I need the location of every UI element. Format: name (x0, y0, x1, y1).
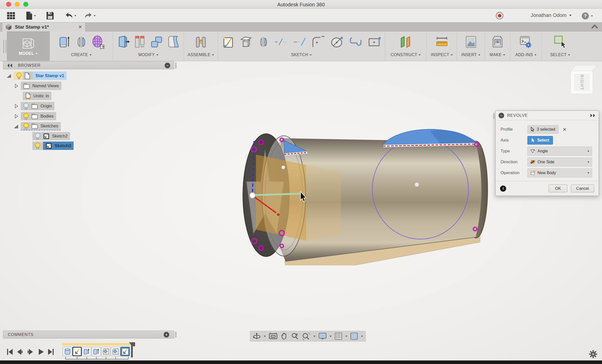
viewcube-face-inner[interactable]: RIGHT (574, 74, 590, 91)
origin-point[interactable] (250, 193, 255, 198)
operation-dropdown[interactable]: New Body (527, 168, 592, 177)
ribbon-collapse-button[interactable] (591, 24, 598, 30)
grid-menu-caret[interactable] (345, 336, 347, 337)
collapsed-triangle-icon[interactable] (15, 104, 18, 108)
timeline-go-to-start-button[interactable] (7, 348, 13, 355)
display-settings-icon[interactable] (318, 332, 327, 340)
collapse-panel-icon[interactable] (7, 63, 13, 68)
tree-row-sketch2[interactable]: Sketch2 (32, 132, 70, 140)
3d-print-icon[interactable] (491, 35, 504, 49)
timeline-step-back-button[interactable] (16, 348, 23, 355)
fillet-icon[interactable] (167, 35, 180, 49)
viewcube-front-face[interactable]: RIGHT (571, 71, 593, 94)
grid-settings-icon[interactable] (335, 332, 342, 340)
undo-button[interactable] (65, 11, 76, 20)
revolve-collapse-button[interactable]: – (499, 113, 504, 118)
bulb-on-icon[interactable] (35, 142, 40, 149)
expanded-triangle-icon[interactable] (14, 124, 18, 128)
info-icon[interactable]: i (500, 186, 506, 192)
file-menu-button[interactable] (25, 11, 36, 20)
timeline-step-forward-button[interactable] (27, 348, 34, 355)
extrude-icon[interactable] (58, 35, 71, 49)
type-dropdown[interactable]: Angle (527, 147, 592, 156)
settings-gear-icon[interactable] (589, 350, 597, 358)
project-icon[interactable] (240, 35, 252, 49)
orbit-icon[interactable] (253, 332, 261, 340)
revolve-dialog-grip[interactable] (493, 113, 494, 119)
mirror-icon[interactable] (258, 36, 269, 48)
sketch-fillet-icon[interactable] (312, 36, 325, 48)
create-sketch-icon[interactable] (222, 36, 234, 48)
display-menu-caret[interactable] (330, 336, 332, 337)
model-viewport-graphics[interactable] (238, 119, 506, 265)
tree-row-bodies[interactable]: Bodies (15, 112, 56, 120)
expanded-triangle-icon[interactable] (7, 74, 11, 78)
timeline-feature-sketch1[interactable] (72, 347, 82, 356)
timeline-position-marker[interactable] (128, 342, 136, 357)
bulb-on-icon[interactable] (23, 113, 29, 120)
look-at-icon[interactable] (269, 333, 277, 340)
ribbon-group-label-modify[interactable]: MODIFY (138, 53, 155, 57)
construction-line-icon[interactable] (293, 36, 306, 48)
sketch-slot-icon[interactable] (349, 36, 362, 48)
browser-collapse-all-button[interactable]: – (165, 63, 170, 68)
tree-label-sketch3[interactable]: Sketch3 (55, 143, 71, 148)
construct-plane-icon[interactable] (399, 35, 412, 49)
timeline-feature-fillet2[interactable] (111, 347, 120, 356)
ribbon-group-label-inspect[interactable]: INSPECT (431, 53, 449, 57)
workspace-switcher[interactable]: MODEL (7, 31, 50, 61)
axis-select-button[interactable]: Select (527, 136, 553, 145)
timeline-feature-fillet1[interactable] (101, 347, 111, 356)
tree-label-sketch2[interactable]: Sketch2 (52, 134, 68, 139)
tree-label-root[interactable]: Star Stamp v1 (35, 73, 64, 78)
measure-icon[interactable] (435, 36, 449, 48)
user-menu[interactable]: Jonathan Odom (531, 12, 572, 18)
ribbon-group-label-create[interactable]: CREATE (71, 53, 88, 57)
ribbon-group-label-construct[interactable]: CONSTRUCT (391, 53, 417, 57)
add-comment-button[interactable]: + (164, 332, 169, 337)
timeline-go-to-end-button[interactable] (48, 348, 54, 355)
timeline-play-button[interactable] (38, 348, 45, 355)
timeline-feature-extrude1[interactable] (82, 347, 91, 356)
app-grid-icon[interactable] (7, 11, 16, 20)
help-menu[interactable]: ? (582, 12, 593, 19)
ribbon-group-label-make[interactable]: MAKE (490, 53, 502, 57)
record-button[interactable] (496, 12, 503, 19)
tree-row-origin[interactable]: Origin (15, 102, 54, 110)
tree-row-named-views[interactable]: Named Views (15, 82, 61, 90)
browser-panel-header[interactable]: BROWSER – (3, 61, 174, 69)
form-icon[interactable] (91, 35, 104, 49)
profile-clear-button[interactable]: ✕ (563, 127, 567, 132)
profile-selection-chip[interactable]: 3 selected (527, 125, 558, 134)
sketch-rectangle-icon[interactable] (368, 36, 381, 48)
browser-panel-grip[interactable] (175, 62, 177, 69)
press-pull-icon[interactable] (117, 35, 130, 49)
select-icon[interactable] (554, 35, 567, 49)
viewports-icon[interactable] (350, 332, 358, 340)
tree-row-units[interactable]: Units: in (23, 92, 51, 100)
comments-panel-grip[interactable] (175, 332, 177, 338)
sketch-circle-icon[interactable] (331, 35, 344, 49)
tree-row-sketches[interactable]: Sketches (14, 122, 61, 130)
tab-close-button[interactable]: ✕ (78, 24, 82, 30)
revolve-icon[interactable] (75, 35, 87, 49)
addins-icon[interactable] (519, 35, 532, 49)
tree-label-bodies[interactable]: Bodies (40, 114, 54, 119)
tree-label-origin[interactable]: Origin (40, 104, 52, 109)
timeline-feature-extrude2[interactable] (92, 347, 101, 356)
ribbon-group-label-select[interactable]: SELECT (550, 53, 567, 57)
bulb-on-icon[interactable] (23, 123, 29, 130)
bulb-on-icon[interactable] (16, 72, 22, 79)
tree-label-named-views[interactable]: Named Views (32, 83, 59, 88)
timeline-feature-body[interactable] (63, 347, 72, 356)
ribbon-group-label-assemble[interactable]: ASSEMBLE (188, 53, 210, 57)
ribbon-group-label-addins[interactable]: ADD-INS (515, 53, 533, 57)
orbit-menu-caret[interactable] (264, 336, 266, 337)
bulb-off-icon[interactable] (23, 103, 29, 110)
document-tab[interactable]: Star Stamp v1* ✕ (2, 22, 85, 31)
direction-dropdown[interactable]: One Side (527, 157, 592, 167)
combine-icon[interactable] (150, 35, 163, 49)
save-button[interactable] (46, 11, 54, 20)
ribbon-group-label-sketch[interactable]: SKETCH (291, 53, 308, 57)
zoom-icon[interactable] (291, 332, 299, 340)
